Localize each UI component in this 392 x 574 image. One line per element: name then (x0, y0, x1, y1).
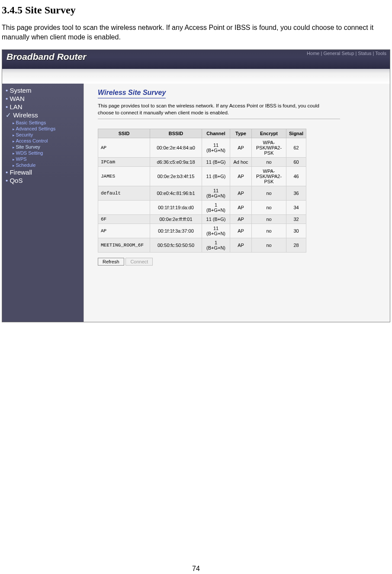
cell-signal: 36 (286, 186, 306, 201)
page-title: Wireless Site Survey (98, 89, 166, 98)
cell-type: AP (230, 138, 252, 158)
cell-ssid: AP (98, 224, 150, 238)
cell-ssid: MEETING_ROOM_6F (98, 238, 150, 253)
cell-bssid: 00:50:fc:50:50:50 (150, 238, 202, 253)
table-row[interactable]: 6F00:0e:2e:ff:ff:0111 (B+G)APno32 (98, 215, 306, 224)
cell-ssid: AP (98, 138, 150, 158)
cell-channel: 11 (B+G+N) (202, 138, 230, 158)
col-encrypt: Encrypt (252, 129, 286, 138)
cell-signal: 30 (286, 224, 306, 238)
table-row[interactable]: MEETING_ROOM_6F00:50:fc:50:50:501 (B+G+N… (98, 238, 306, 253)
sidebar-sub-security[interactable]: Security (13, 132, 84, 138)
refresh-button[interactable]: Refresh (98, 258, 124, 266)
cell-type: AP (230, 224, 252, 238)
cell-signal: 60 (286, 158, 306, 167)
site-survey-table: SSID BSSID Channel Type Encrypt Signal A… (98, 129, 306, 253)
header-gradient-strip (2, 69, 390, 84)
sidebar-item-wan[interactable]: WAN (2, 94, 84, 103)
cell-type: Ad hoc (230, 158, 252, 167)
col-ssid: SSID (98, 129, 150, 138)
button-row: Refresh Connect (98, 258, 381, 266)
top-nav: Home | General Setup | Status | Tools (307, 51, 386, 56)
nav-general-setup[interactable]: General Setup (323, 51, 354, 56)
connect-button[interactable]: Connect (125, 258, 153, 266)
table-row[interactable]: AP00:1f:1f:3a:37:0011 (B+G+N)APno30 (98, 224, 306, 238)
brand-title: Broadband Router (6, 52, 86, 62)
cell-bssid: 00:0e:2e:44:84:a0 (150, 138, 202, 158)
sidebar-item-wireless[interactable]: Wireless (2, 111, 84, 120)
table-row[interactable]: JAMES00:0e:2e:b3:4f:1511 (B+G)APWPA-PSK/… (98, 167, 306, 186)
page-number: 74 (2, 565, 390, 574)
table-row[interactable]: 00:1f:1f:19:da:d01 (B+G+N)APno34 (98, 201, 306, 215)
nav-home[interactable]: Home (307, 51, 319, 56)
cell-encrypt: WPA-PSK/WPA2-PSK (252, 138, 286, 158)
cell-bssid: 00:e0:4c:81:96:b1 (150, 186, 202, 201)
cell-type: AP (230, 167, 252, 186)
col-signal: Signal (286, 129, 306, 138)
doc-intro-text: This page provides tool to scan the wire… (2, 23, 390, 42)
cell-signal: 62 (286, 138, 306, 158)
cell-signal: 32 (286, 215, 306, 224)
sidebar-item-qos[interactable]: QoS (2, 176, 84, 185)
doc-section-heading: 3.4.5 Site Survey (2, 4, 390, 16)
cell-type: AP (230, 238, 252, 253)
cell-channel: 11 (B+G) (202, 158, 230, 167)
cell-encrypt: no (252, 186, 286, 201)
table-row[interactable]: AP00:0e:2e:44:84:a011 (B+G+N)APWPA-PSK/W… (98, 138, 306, 158)
cell-ssid: JAMES (98, 167, 150, 186)
sidebar-sub-wps[interactable]: WPS (13, 156, 84, 162)
cell-ssid: IPCam (98, 158, 150, 167)
cell-channel: 11 (B+G+N) (202, 224, 230, 238)
sidebar-sub-advanced-settings[interactable]: Advanced Settings (13, 126, 84, 132)
divider (98, 119, 340, 119)
sidebar-item-system[interactable]: System (2, 86, 84, 94)
cell-type: AP (230, 215, 252, 224)
router-admin-screenshot: Broadband Router Home | General Setup | … (2, 49, 390, 322)
cell-channel: 11 (B+G) (202, 167, 230, 186)
table-header-row: SSID BSSID Channel Type Encrypt Signal (98, 129, 306, 138)
cell-channel: 11 (B+G) (202, 215, 230, 224)
table-row[interactable]: default00:e0:4c:81:96:b111 (B+G+N)APno36 (98, 186, 306, 201)
table-row[interactable]: IPCamd6:36:c5:e0:9a:1811 (B+G)Ad hocno60 (98, 158, 306, 167)
cell-channel: 1 (B+G+N) (202, 201, 230, 215)
cell-type: AP (230, 201, 252, 215)
sidebar-sub-access-control[interactable]: Access Control (13, 138, 84, 144)
sidebar-item-firewall[interactable]: Firewall (2, 168, 84, 176)
nav-status[interactable]: Status (358, 51, 371, 56)
sidebar-sub-wds-setting[interactable]: WDS Setting (13, 150, 84, 156)
page-description: This page provides tool to scan the wire… (98, 103, 331, 116)
cell-encrypt: no (252, 238, 286, 253)
sidebar-sub-basic-settings[interactable]: Basic Settings (13, 120, 84, 126)
col-channel: Channel (202, 129, 230, 138)
cell-encrypt: no (252, 158, 286, 167)
sidebar: System WAN LAN Wireless Basic Settings A… (2, 84, 84, 322)
cell-encrypt: no (252, 215, 286, 224)
header-bar: Broadband Router Home | General Setup | … (2, 50, 390, 69)
content-area: Wireless Site Survey This page provides … (84, 84, 390, 322)
sidebar-item-lan[interactable]: LAN (2, 103, 84, 111)
cell-bssid: 00:1f:1f:3a:37:00 (150, 224, 202, 238)
cell-bssid: 00:0e:2e:ff:ff:01 (150, 215, 202, 224)
nav-tools[interactable]: Tools (375, 51, 386, 56)
cell-channel: 1 (B+G+N) (202, 238, 230, 253)
cell-ssid: 6F (98, 215, 150, 224)
cell-encrypt: WPA-PSK/WPA2-PSK (252, 167, 286, 186)
cell-ssid: default (98, 186, 150, 201)
col-type: Type (230, 129, 252, 138)
col-bssid: BSSID (150, 129, 202, 138)
cell-signal: 46 (286, 167, 306, 186)
cell-ssid (98, 201, 150, 215)
cell-bssid: 00:0e:2e:b3:4f:15 (150, 167, 202, 186)
cell-channel: 11 (B+G+N) (202, 186, 230, 201)
cell-signal: 34 (286, 201, 306, 215)
cell-signal: 28 (286, 238, 306, 253)
sidebar-sub-schedule[interactable]: Schedule (13, 162, 84, 168)
sidebar-sub-site-survey[interactable]: Site Survey (13, 144, 84, 150)
cell-encrypt: no (252, 224, 286, 238)
cell-bssid: 00:1f:1f:19:da:d0 (150, 201, 202, 215)
cell-type: AP (230, 186, 252, 201)
cell-bssid: d6:36:c5:e0:9a:18 (150, 158, 202, 167)
cell-encrypt: no (252, 201, 286, 215)
